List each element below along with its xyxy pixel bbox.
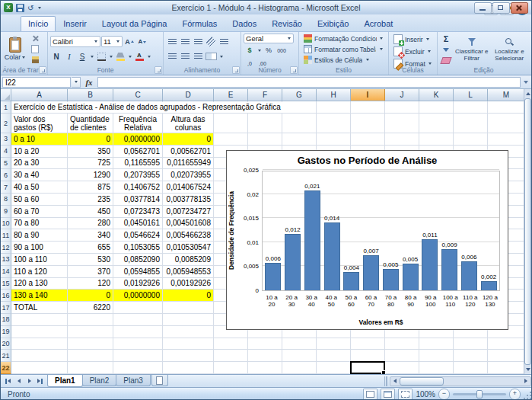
- delete-cells-button[interactable]: Excluir: [391, 46, 435, 57]
- cell-L20[interactable]: [454, 338, 488, 350]
- cell-A6[interactable]: 30 a 40: [11, 169, 68, 181]
- insert-cells-button[interactable]: Inserir: [391, 34, 435, 45]
- grow-font-button[interactable]: [123, 36, 135, 48]
- cell-B19[interactable]: [68, 326, 113, 338]
- chart-bar[interactable]: [304, 190, 320, 290]
- chart-bar[interactable]: [343, 272, 359, 290]
- cell-F22[interactable]: [248, 362, 282, 374]
- number-dialog-launcher[interactable]: [290, 66, 298, 74]
- cell-C9[interactable]: 0,0723473: [113, 206, 163, 218]
- cell-D10[interactable]: 0,004501608: [163, 218, 214, 230]
- resize-grip[interactable]: [522, 390, 532, 400]
- cell-A22[interactable]: [11, 362, 68, 374]
- italic-button[interactable]: I: [63, 50, 75, 62]
- font-color-button[interactable]: [133, 50, 145, 62]
- cell-I1[interactable]: [351, 101, 385, 114]
- cell-I21[interactable]: [351, 350, 385, 362]
- cell-B4[interactable]: 350: [68, 146, 113, 158]
- cell-G22[interactable]: [282, 362, 317, 374]
- cell-A2[interactable]: Valor dos gastos (R$): [11, 114, 68, 133]
- cell-A14[interactable]: 110 a 120: [11, 266, 68, 278]
- column-header-B[interactable]: B: [68, 89, 113, 101]
- cell-A18[interactable]: [11, 314, 68, 326]
- row-header-18[interactable]: 18: [1, 314, 11, 326]
- row-header-21[interactable]: 21: [1, 350, 11, 362]
- comma-style-button[interactable]: 000: [276, 44, 288, 56]
- cell-D11[interactable]: 0,005466238: [163, 229, 214, 242]
- scroll-up-button[interactable]: [526, 90, 530, 98]
- chart-bar[interactable]: [481, 281, 497, 290]
- ribbon-tab-acrobat[interactable]: Acrobat: [356, 16, 400, 31]
- cell-L22[interactable]: [454, 362, 488, 374]
- cell-B15[interactable]: 120: [68, 278, 113, 290]
- cell-K1[interactable]: [419, 101, 454, 114]
- cell-E20[interactable]: [214, 338, 248, 350]
- cell-C2[interactable]: Frequência Relativa: [113, 114, 163, 133]
- orientation-button[interactable]: [205, 36, 217, 48]
- clear-button[interactable]: [440, 56, 452, 65]
- chart-bar[interactable]: [383, 269, 399, 290]
- column-header-G[interactable]: G: [282, 89, 317, 101]
- cell-I2[interactable]: [351, 114, 385, 133]
- font-name-select[interactable]: Calibri: [50, 36, 100, 47]
- column-header-E[interactable]: E: [214, 89, 248, 101]
- cut-button[interactable]: [29, 34, 41, 44]
- cell-H2[interactable]: [317, 114, 351, 133]
- column-header-D[interactable]: D: [163, 89, 214, 101]
- zoom-slider-handle[interactable]: [476, 390, 483, 398]
- minimize-button[interactable]: [474, 2, 492, 14]
- cell-C10[interactable]: 0,0450161: [113, 218, 163, 230]
- cell-B6[interactable]: 1290: [68, 169, 113, 181]
- cell-C15[interactable]: 0,0192926: [113, 278, 163, 290]
- maximize-button[interactable]: [492, 2, 510, 14]
- sheet-tab-plan2[interactable]: Plan2: [82, 375, 117, 386]
- conditional-formatting-button[interactable]: Formatação Condicional: [301, 34, 386, 43]
- cell-D6[interactable]: 0,02073955: [163, 169, 214, 181]
- horizontal-scrollbar[interactable]: [390, 376, 531, 386]
- cell-E22[interactable]: [214, 362, 248, 374]
- ribbon-tab-formulas[interactable]: Fórmulas: [175, 16, 225, 31]
- borders-button[interactable]: [95, 50, 107, 62]
- row-header-9[interactable]: 9: [1, 206, 11, 218]
- chart-bar[interactable]: [403, 264, 419, 290]
- cell-J20[interactable]: [385, 338, 419, 350]
- column-header-M[interactable]: M: [488, 89, 525, 101]
- align-right-button[interactable]: [192, 50, 204, 62]
- scroll-down-button[interactable]: [526, 366, 530, 373]
- column-header-A[interactable]: A: [11, 89, 68, 101]
- fill-color-button[interactable]: [114, 50, 126, 62]
- row-header-10[interactable]: 10: [1, 218, 11, 230]
- row-header-11[interactable]: 11: [1, 229, 11, 242]
- cell-E2[interactable]: [214, 114, 248, 133]
- paste-button[interactable]: Colar: [3, 34, 27, 65]
- cell-M22[interactable]: [488, 362, 525, 374]
- cell-A12[interactable]: 90 a 100: [11, 242, 68, 254]
- cell-J21[interactable]: [385, 350, 419, 362]
- wrap-text-button[interactable]: [218, 36, 230, 48]
- cell-I3[interactable]: [351, 133, 385, 146]
- cell-F3[interactable]: [248, 133, 282, 146]
- cell-K2[interactable]: [419, 114, 454, 133]
- horizontal-scroll-thumb[interactable]: [400, 377, 444, 386]
- cell-I20[interactable]: [351, 338, 385, 350]
- close-button[interactable]: [511, 2, 528, 14]
- cell-K22[interactable]: [419, 362, 454, 374]
- align-bottom-button[interactable]: [192, 36, 204, 48]
- cell-G1[interactable]: [282, 101, 317, 114]
- cell-D4[interactable]: 0,00562701: [163, 146, 214, 158]
- cell-A5[interactable]: 20 a 30: [11, 158, 68, 170]
- cell-D19[interactable]: [163, 326, 214, 338]
- undo-button[interactable]: ↺: [27, 4, 33, 12]
- embedded-chart[interactable]: Gastos no Período de Análise 0,0060,0120…: [226, 150, 508, 330]
- tab-split-handle[interactable]: [384, 376, 388, 386]
- chart-bar[interactable]: [363, 255, 379, 290]
- cell-D17[interactable]: [163, 302, 214, 314]
- cell-A7[interactable]: 40 a 50: [11, 181, 68, 194]
- chart-bar[interactable]: [422, 239, 438, 290]
- cell-H22[interactable]: [317, 362, 351, 374]
- cell-C3[interactable]: 0,0000000: [113, 133, 163, 146]
- zoom-out-button[interactable]: −: [438, 389, 450, 400]
- cell-A15[interactable]: 120 a 130: [11, 278, 68, 290]
- normal-view-button[interactable]: [363, 389, 377, 400]
- cell-L21[interactable]: [454, 350, 488, 362]
